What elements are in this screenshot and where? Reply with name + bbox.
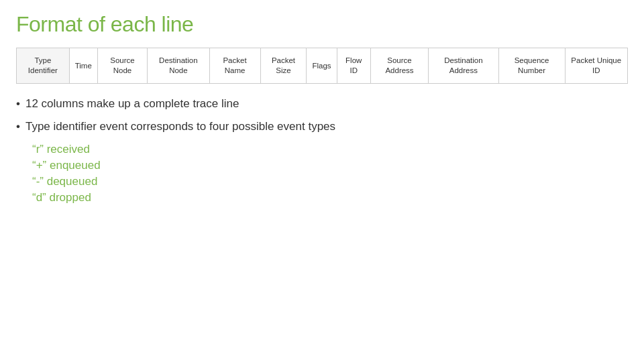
table-col-8: Source Address	[371, 48, 429, 83]
table-col-1: Time	[70, 48, 98, 83]
table-col-5: Packet Size	[261, 48, 307, 83]
table-col-9: Destination Address	[429, 48, 498, 83]
table-col-10: Sequence Number	[499, 48, 566, 83]
table-col-6: Flags	[307, 48, 337, 83]
page-title: Format of each line	[16, 12, 628, 37]
bullet-item-2: • Type identifier event corresponds to f…	[16, 120, 628, 133]
table-col-7: Flow ID	[337, 48, 371, 83]
table-col-3: Destination Node	[148, 48, 209, 83]
table-col-0: Type Identifier	[17, 48, 70, 83]
bullet-dot-2: •	[16, 120, 20, 133]
event-type-1: “+” enqueued	[32, 159, 628, 172]
table-col-4: Packet Name	[210, 48, 261, 83]
event-type-0: “r” received	[32, 143, 628, 156]
bullet-text-2: Type identifier event corresponds to fou…	[25, 120, 335, 133]
format-table: Type IdentifierTimeSource NodeDestinatio…	[16, 48, 628, 84]
bullet-text-1: 12 columns make up a complete trace line	[25, 97, 239, 111]
event-types-list: “r” received“+” enqueued“-” dequeued“d” …	[21, 143, 628, 204]
table-col-11: Packet Unique ID	[566, 48, 627, 83]
bullet-item-1: • 12 columns make up a complete trace li…	[16, 97, 628, 111]
table-col-2: Source Node	[98, 48, 148, 83]
bullet-dot-1: •	[16, 97, 20, 111]
event-type-2: “-” dequeued	[32, 175, 628, 188]
event-type-3: “d” dropped	[32, 191, 628, 204]
bullet-section: • 12 columns make up a complete trace li…	[16, 97, 628, 204]
